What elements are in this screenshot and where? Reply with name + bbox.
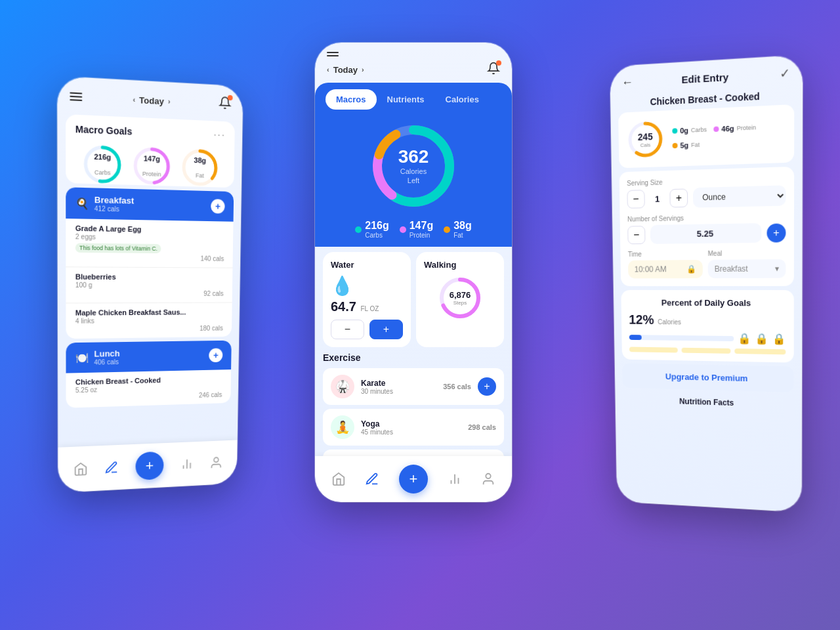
center-nav-home[interactable]: [331, 472, 346, 486]
macro-stats-row: 216g Carbs 147g Protein: [355, 220, 472, 239]
dots-menu[interactable]: ···: [213, 129, 226, 141]
center-nav-add-btn[interactable]: +: [399, 465, 428, 494]
lock-icon-1: 🔒: [738, 332, 751, 345]
nav-diary[interactable]: [104, 460, 119, 474]
nutrition-facts-label: Nutrition Facts: [616, 391, 802, 413]
progress-row: 🔒 🔒 🔒: [629, 331, 786, 345]
walking-label: Steps: [450, 300, 471, 306]
sausage-name: Maple Chicken Breakfast Saus...: [75, 308, 223, 316]
stat-carbs: 216g Carbs: [355, 220, 388, 239]
center-nav-stats[interactable]: [448, 472, 462, 486]
edit-title: Edit Entry: [639, 68, 772, 87]
water-amount: 64.7: [331, 299, 356, 314]
nutr-carbs-value: 0g: [680, 126, 688, 135]
water-card: Water 💧 64.7 FL OZ − +: [323, 252, 411, 347]
center-bell-icon[interactable]: [487, 62, 500, 77]
tab-calories[interactable]: Calories: [435, 89, 490, 110]
phones-container: ‹ Today › Macro Goals ···: [0, 0, 840, 630]
water-unit: FL OZ: [360, 305, 379, 312]
servings-value: 5.25: [650, 223, 761, 244]
center-nav-profile[interactable]: [481, 472, 495, 486]
walking-circle: 6,876 Steps: [437, 275, 483, 321]
calories-donut: 362 Calories Left: [368, 120, 459, 212]
nutr-fat: 5g Fat: [673, 140, 700, 150]
center-nav-prev[interactable]: ‹: [327, 66, 329, 74]
servings-minus-btn[interactable]: −: [627, 226, 645, 244]
water-title: Water: [331, 260, 403, 270]
lunch-icon: 🍽️: [75, 351, 89, 364]
cal-value: 245: [638, 131, 653, 142]
bell-dot: [228, 95, 233, 101]
lunch-item-chicken: Chicken Breast - Cooked 5.25 oz 246 cals: [66, 369, 232, 408]
water-plus-btn[interactable]: +: [369, 320, 403, 339]
macro-goals-title: Macro Goals: [75, 123, 133, 136]
nav-home[interactable]: [74, 461, 88, 476]
left-nav-next[interactable]: ›: [168, 97, 171, 106]
water-walking-row: Water 💧 64.7 FL OZ − + Walking: [323, 252, 504, 347]
exercise-title: Exercise: [323, 352, 504, 363]
serving-size-label: Serving Size: [627, 175, 786, 187]
qty-minus-btn[interactable]: −: [627, 190, 644, 209]
left-bottom-nav: +: [58, 440, 237, 492]
nutrition-summary: 245 Cals 0g Carbs 46g Protein 5g: [618, 104, 794, 168]
time-value: 10:00 AM: [635, 264, 667, 274]
locked-bar-1: [629, 346, 677, 352]
nutr-carbs-label: Carbs: [691, 126, 707, 133]
center-protein-label: Protein: [410, 232, 433, 239]
qty-plus-btn[interactable]: +: [670, 188, 688, 207]
karate-cals: 356 cals: [443, 383, 471, 390]
exercise-yoga: 🧘 Yoga 45 minutes 298 cals: [323, 409, 504, 446]
center-fat-value: 38g: [453, 220, 472, 231]
egg-cals: 140 cals: [75, 254, 224, 262]
check-icon[interactable]: ✓: [780, 66, 790, 81]
center-hamburger[interactable]: [327, 52, 339, 56]
nav-profile[interactable]: [209, 455, 223, 470]
nutr-protein-value: 46g: [721, 124, 734, 133]
lunch-items: Chicken Breast - Cooked 5.25 oz 246 cals: [66, 369, 232, 408]
center-carbs-value: 216g: [365, 220, 388, 231]
nav-add-btn[interactable]: +: [135, 452, 163, 480]
left-nav-prev[interactable]: ‹: [133, 95, 135, 104]
macro-tabs: Macros Nutrients Calories: [326, 89, 501, 110]
sausage-sub: 4 links: [75, 316, 223, 325]
nutr-protein: 46g Protein: [713, 123, 756, 133]
tab-macros[interactable]: Macros: [326, 89, 377, 110]
unit-select[interactable]: Ounce Gram Cup: [693, 185, 786, 207]
nutr-protein-label: Protein: [737, 124, 756, 132]
lock-icon-2: 🔒: [755, 332, 768, 345]
meal-value: Breakfast: [715, 264, 748, 274]
yoga-icon: 🧘: [331, 415, 354, 439]
fat-dot: [444, 226, 450, 233]
protein-dot: [400, 226, 406, 233]
locked-bar-3: [735, 348, 786, 354]
lunch-name: Lunch: [94, 348, 119, 359]
upgrade-btn[interactable]: Upgrade to Premium: [622, 363, 794, 392]
sausage-cals: 180 cals: [75, 325, 223, 333]
tab-nutrients[interactable]: Nutrients: [377, 89, 435, 110]
servings-plus-btn[interactable]: +: [766, 223, 786, 242]
meal-field[interactable]: Breakfast ▾: [708, 259, 786, 278]
center-nav-diary[interactable]: [365, 472, 379, 486]
svg-point-19: [486, 474, 491, 478]
time-lock-icon: 🔒: [686, 264, 696, 274]
lunch-add-btn[interactable]: +: [209, 348, 222, 363]
nutr-protein-dot: [713, 126, 719, 132]
left-bell-icon[interactable]: [219, 96, 232, 112]
fat-circle: 38g Fat: [180, 146, 220, 180]
breakfast-add-btn[interactable]: +: [211, 199, 224, 213]
nav-stats[interactable]: [180, 457, 194, 471]
macro-circles: 216g Carbs 147g Protein: [75, 142, 226, 180]
time-field[interactable]: 10:00 AM 🔒: [628, 260, 703, 278]
hamburger-menu[interactable]: [70, 92, 82, 101]
back-arrow[interactable]: ←: [621, 75, 633, 89]
water-minus-btn[interactable]: −: [331, 320, 364, 339]
carbs-dot: [355, 226, 362, 233]
blueberries-sub: 100 g: [75, 282, 224, 289]
daily-goals-title: Percent of Daily Goals: [629, 298, 786, 308]
locked-bars: [629, 346, 786, 354]
karate-add-btn[interactable]: +: [478, 377, 496, 396]
qty-value: 1: [650, 194, 665, 204]
center-carbs-label: Carbs: [365, 232, 388, 239]
servings-row: − 5.25 +: [627, 222, 786, 244]
center-nav-next[interactable]: ›: [362, 66, 364, 74]
